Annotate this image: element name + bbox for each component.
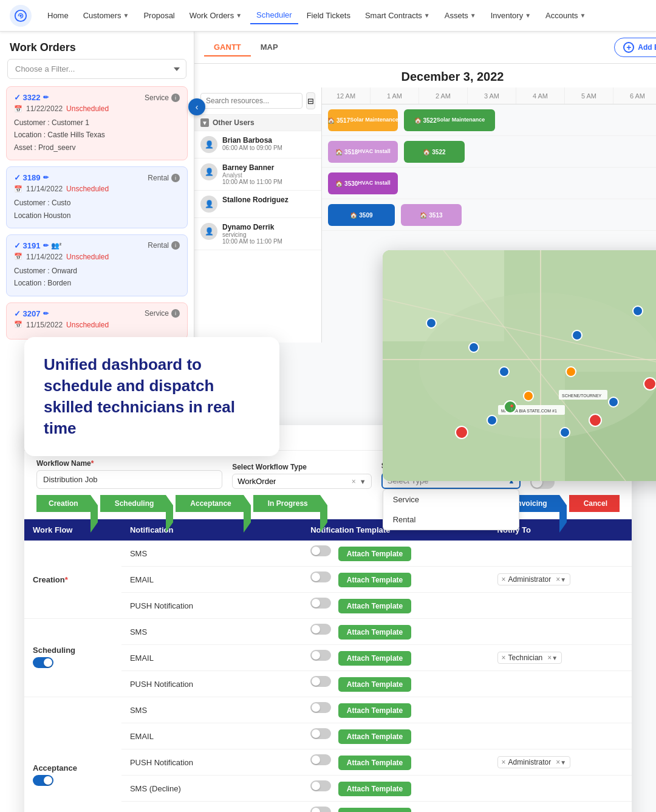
section-creation-label: Creation* xyxy=(24,541,121,619)
gantt-block-3530[interactable]: 🏠 3530HVAC Install xyxy=(328,172,398,194)
collapse-panel-button[interactable]: ‹ xyxy=(188,98,205,115)
nav-work-orders[interactable]: Work Orders ▼ xyxy=(183,7,248,24)
notif-sms-acceptance: SMS xyxy=(121,697,302,723)
notify-x-icon[interactable]: × xyxy=(502,758,506,766)
wo-badge-rental: Rental i xyxy=(148,241,180,250)
toggle-email-decline[interactable] xyxy=(310,807,331,812)
hour-1am: 1 AM xyxy=(371,87,419,104)
step-acceptance[interactable]: Acceptance xyxy=(176,495,243,512)
filter-select[interactable]: Choose a Filter... xyxy=(7,59,186,79)
gantt-block-3509[interactable]: 🏠 3509 xyxy=(328,204,395,226)
option-rental[interactable]: Rental xyxy=(383,510,519,530)
notify-x-icon[interactable]: × xyxy=(502,653,506,662)
template-cell-sms-acceptance: Attach Template xyxy=(302,697,488,723)
gantt-map-tabs: GANTT MAP xyxy=(204,39,288,56)
step-cancel[interactable]: Cancel xyxy=(569,495,620,512)
nav-proposal[interactable]: Proposal xyxy=(137,7,180,24)
table-header-row: Work Flow Notification Notification Temp… xyxy=(24,519,632,541)
nav-customers[interactable]: Customers ▼ xyxy=(77,7,135,24)
template-cell-email: Attach Template xyxy=(302,567,488,593)
collapse-icon[interactable]: ▼ xyxy=(200,118,209,127)
toggle-sms-decline[interactable] xyxy=(310,780,331,791)
nav-smart-contracts[interactable]: Smart Contracts ▼ xyxy=(359,7,436,24)
gantt-block-3522b[interactable]: 🏠 3522 xyxy=(404,141,465,163)
wo-status: Unscheduled xyxy=(66,185,109,193)
tab-map[interactable]: MAP xyxy=(251,39,288,56)
attach-btn-email-acceptance[interactable]: Attach Template xyxy=(338,729,411,744)
notify-dropdown-x[interactable]: × xyxy=(556,758,560,766)
toggle-email-acceptance[interactable] xyxy=(310,728,331,739)
nav-bar: Home Customers ▼ Proposal Work Orders ▼ … xyxy=(0,0,656,32)
tab-gantt[interactable]: GANTT xyxy=(204,39,251,56)
attach-btn-email-decline[interactable]: Attach Template xyxy=(338,808,411,812)
toggle-scheduling-section[interactable] xyxy=(33,657,53,668)
add-equipment-button[interactable]: + Add Equipment xyxy=(614,38,656,57)
wo-number-3191[interactable]: ✓ 3191 ✏ 👥² xyxy=(14,241,61,250)
wo-number-3322[interactable]: ✓ 3322 ✏ xyxy=(14,93,49,102)
toggle-sms-acceptance[interactable] xyxy=(310,702,331,713)
notify-dropdown-arrow[interactable]: ▼ xyxy=(552,655,558,661)
toggle-push-acceptance[interactable] xyxy=(310,754,331,765)
toggle-sms-scheduling[interactable] xyxy=(310,624,331,635)
attach-btn-sms-acceptance[interactable]: Attach Template xyxy=(338,703,411,718)
toggle-sms-creation[interactable] xyxy=(310,545,331,556)
gantt-block-3517[interactable]: 🏠 3517Solar Maintenance xyxy=(328,109,398,131)
attach-btn-sms-scheduling[interactable]: Attach Template xyxy=(338,625,411,640)
notify-x-icon[interactable]: × xyxy=(502,575,506,584)
attach-btn-email-creation[interactable]: Attach Template xyxy=(338,573,411,587)
gantt-block-3518[interactable]: 🏠 3518HVAC Install xyxy=(328,141,398,163)
notify-dropdown-x[interactable]: × xyxy=(556,575,560,584)
attach-btn-push-scheduling[interactable]: Attach Template xyxy=(338,677,411,692)
step-in-progress[interactable]: In Progress xyxy=(253,495,320,512)
notify-dropdown-arrow[interactable]: ▼ xyxy=(560,759,566,766)
gantt-rows: 🏠 3517Solar Maintenance 🏠 3522Solar Main… xyxy=(322,104,656,231)
notify-to-sms-acceptance xyxy=(489,697,632,723)
wo-number-3189[interactable]: ✓ 3189 ✏ xyxy=(14,173,49,182)
search-row: ⊟ xyxy=(194,87,321,115)
workflow-type-value: WorkOrder xyxy=(237,477,352,486)
gantt-block-3513[interactable]: 🏠 3513 xyxy=(401,204,462,226)
nav-scheduler[interactable]: Scheduler xyxy=(250,7,298,24)
workflow-name-field: Workflow Name* xyxy=(36,459,222,489)
resource-item-brian: 👤 Brian Barbosa 06:00 AM to 09:00 PM xyxy=(194,131,321,159)
attach-btn-sms-decline[interactable]: Attach Template xyxy=(338,782,411,796)
administrator-tag: Administrator xyxy=(508,575,552,584)
notify-to-sms-scheduling xyxy=(489,619,632,645)
wo-badge-service: Service i xyxy=(145,94,180,102)
gantt-block-3522a[interactable]: 🏠 3522Solar Maintenance xyxy=(404,109,495,131)
option-service[interactable]: Service xyxy=(383,490,519,510)
toggle-push-scheduling[interactable] xyxy=(310,676,331,687)
nav-inventory[interactable]: Inventory ▼ xyxy=(485,7,537,24)
toggle-email-scheduling[interactable] xyxy=(310,650,331,661)
attach-btn-sms-creation[interactable]: Attach Template xyxy=(338,547,411,561)
notif-sms-decline: SMS (Decline) xyxy=(121,776,302,802)
clear-icon[interactable]: × xyxy=(352,477,356,486)
toggle-email-creation[interactable] xyxy=(310,571,331,582)
template-cell-email-decline: Attach Template xyxy=(302,802,488,813)
svg-point-16 xyxy=(609,397,618,407)
notify-dropdown-x[interactable]: × xyxy=(547,653,552,662)
hour-4am: 4 AM xyxy=(516,87,565,104)
toggle-push-creation[interactable] xyxy=(310,598,331,609)
filter-button[interactable]: ⊟ xyxy=(306,92,315,109)
chevron-down-icon[interactable]: ▼ xyxy=(360,478,366,485)
attach-btn-email-scheduling[interactable]: Attach Template xyxy=(338,651,411,666)
nav-accounts[interactable]: Accounts ▼ xyxy=(539,7,592,24)
nav-assets[interactable]: Assets ▼ xyxy=(439,7,482,24)
notif-push-creation: PUSH Notification xyxy=(121,593,302,619)
step-creation[interactable]: Creation xyxy=(36,495,91,512)
notify-dropdown-arrow[interactable]: ▼ xyxy=(560,576,566,583)
nav-home[interactable]: Home xyxy=(41,7,75,24)
step-scheduling[interactable]: Scheduling xyxy=(100,495,166,512)
attach-btn-push-acceptance[interactable]: Attach Template xyxy=(338,756,411,770)
notif-push-acceptance: PUSH Notification xyxy=(121,749,302,776)
nav-field-tickets[interactable]: Field Tickets xyxy=(301,7,357,24)
wo-number-3207[interactable]: ✓ 3207 ✏ xyxy=(14,309,49,318)
workflow-name-input[interactable] xyxy=(36,470,222,489)
toggle-acceptance-section[interactable] xyxy=(33,775,53,786)
attach-btn-push-creation[interactable]: Attach Template xyxy=(338,599,411,613)
svg-point-5 xyxy=(419,293,656,438)
notif-push-scheduling: PUSH Notification xyxy=(121,671,302,697)
resources-search-input[interactable] xyxy=(200,93,302,109)
chevron-icon: ▼ xyxy=(424,12,430,19)
